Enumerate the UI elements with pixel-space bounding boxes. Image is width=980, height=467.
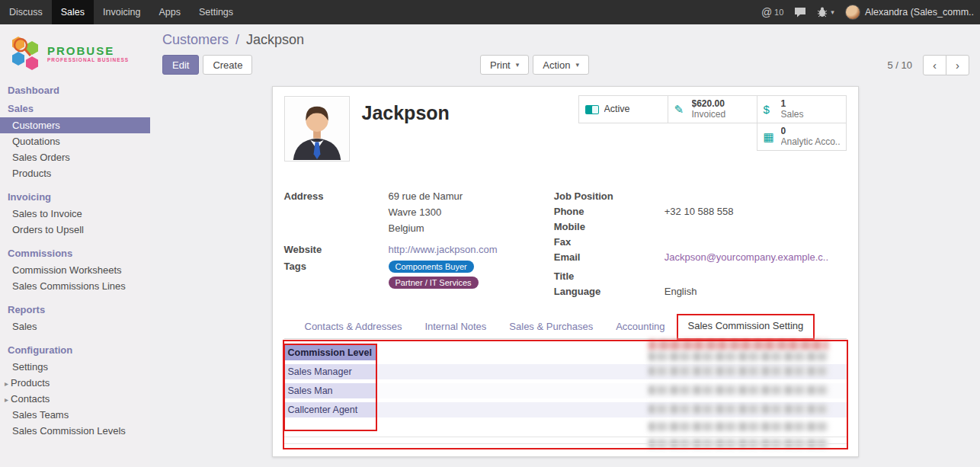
address-line-1: 69 rue de Namur: [389, 190, 463, 202]
tab-accounting[interactable]: Accounting: [604, 315, 676, 338]
tab-sales-purchases[interactable]: Sales & Purchases: [498, 315, 604, 338]
website-link[interactable]: http://www.jackpson.com: [389, 244, 498, 255]
invoiced-stat-button[interactable]: ✎ $620.00 Invoiced: [668, 95, 757, 123]
sidebar-section-dashboard[interactable]: Dashboard: [0, 81, 150, 99]
sidebar-nav: Dashboard Sales Customers Quotations Sal…: [0, 81, 150, 439]
chat-icon[interactable]: [794, 7, 806, 18]
breadcrumb-current: Jackpson: [246, 32, 304, 47]
sidebar-item-quotations[interactable]: Quotations: [0, 133, 150, 149]
print-label: Print: [490, 59, 511, 71]
notebook-tabs: Contacts & Addresses Internal Notes Sale…: [284, 314, 847, 339]
sidebar-section-commissions[interactable]: Commissions: [0, 244, 150, 262]
tab-internal-notes[interactable]: Internal Notes: [413, 315, 498, 338]
app-logo: PROBUSE PROFESSIONAL BUSINESS: [0, 24, 150, 81]
table-divider: [284, 443, 847, 444]
user-avatar: [845, 5, 860, 20]
customer-photo-image: [286, 98, 348, 160]
control-panel: Customers / Jackpson Edit Create Print ▾…: [150, 24, 980, 82]
sidebar-item-reports-sales[interactable]: Sales: [0, 318, 150, 334]
form-fields: Address 69 rue de Namur Wavre 1300 Belgi…: [284, 190, 847, 305]
analytic-stat-button[interactable]: ▦ 0 Analytic Acco...: [757, 123, 847, 151]
tag-partner-it-services[interactable]: Partner / IT Services: [389, 277, 479, 289]
tab-contacts-addresses[interactable]: Contacts & Addresses: [293, 315, 414, 338]
dollar-icon: $: [764, 103, 776, 116]
sidebar-section-configuration[interactable]: Configuration: [0, 341, 150, 359]
create-button[interactable]: Create: [203, 55, 252, 75]
sidebar-item-config-products[interactable]: ▸Products: [0, 375, 150, 391]
fax-label: Fax: [554, 236, 665, 248]
active-toggle-button[interactable]: Active: [578, 95, 668, 123]
sidebar-item-orders-to-upsell[interactable]: Orders to Upsell: [0, 222, 150, 238]
pager-next-button[interactable]: ›: [946, 55, 969, 75]
toggle-icon: [585, 105, 599, 114]
analytic-label: Analytic Acco...: [781, 137, 840, 148]
stat-buttons: Active ✎ $620.00 Invoiced $ 1 Sales: [575, 96, 847, 151]
caret-down-icon: ▾: [575, 61, 579, 69]
print-dropdown[interactable]: Print ▾: [480, 55, 529, 75]
sidebar-item-settings[interactable]: Settings: [0, 359, 150, 375]
menu-sales[interactable]: Sales: [52, 0, 94, 24]
sidebar-item-sales-commissions-lines[interactable]: Sales Commissions Lines: [0, 278, 150, 294]
sidebar-section-reports[interactable]: Reports: [0, 300, 150, 318]
column-header-commission-level[interactable]: Commission Level: [285, 345, 376, 360]
customer-photo[interactable]: [284, 96, 350, 162]
analytic-value: 0: [781, 126, 840, 137]
sidebar-section-invoicing[interactable]: Invoicing: [0, 187, 150, 206]
debug-icon[interactable]: ▾: [817, 7, 834, 18]
edit-button[interactable]: Edit: [162, 55, 199, 75]
user-menu[interactable]: Alexandra (Sales_comm..: [845, 5, 974, 20]
sales-count-label: Sales: [781, 110, 804, 120]
sidebar-item-commission-worksheets[interactable]: Commission Worksheets: [0, 262, 150, 278]
top-menu: Discuss Sales Invoicing Apps Settings: [0, 0, 242, 24]
customer-name: Jackpson: [362, 102, 450, 124]
sidebar-item-customers[interactable]: Customers: [0, 117, 150, 133]
sidebar-item-sales-teams[interactable]: Sales Teams: [0, 407, 150, 423]
redacted-highlight: [649, 340, 828, 350]
sidebar-item-sales-to-invoice[interactable]: Sales to Invoice: [0, 206, 150, 222]
tags-label: Tags: [284, 261, 389, 289]
table-cell-sales-manager[interactable]: Sales Manager: [285, 364, 376, 379]
mention-icon: @: [761, 6, 772, 18]
sales-count-value: 1: [781, 99, 804, 110]
sidebar-item-config-contacts[interactable]: ▸Contacts: [0, 391, 150, 407]
sidebar-item-products[interactable]: Products: [0, 165, 150, 181]
customer-form-sheet: Jackpson Active ✎ $620.00 Invoiced: [272, 86, 859, 457]
menu-apps[interactable]: Apps: [149, 0, 190, 24]
active-label: Active: [604, 104, 630, 114]
phone-label: Phone: [554, 206, 665, 218]
redacted-content: [649, 366, 828, 376]
phone-value: +32 10 588 558: [665, 206, 734, 218]
caret-down-icon: ▾: [516, 61, 520, 69]
sidebar-section-sales[interactable]: Sales: [0, 99, 150, 117]
address-label: Address: [284, 190, 389, 238]
invoice-pencil-icon: ✎: [674, 103, 687, 117]
pager-prev-button[interactable]: ‹: [923, 55, 946, 75]
address-line-2: Wavre 1300: [389, 206, 463, 218]
title-label: Title: [554, 270, 665, 283]
breadcrumb-customers[interactable]: Customers: [162, 32, 229, 47]
sidebar-item-sales-orders[interactable]: Sales Orders: [0, 149, 150, 165]
probuse-logo-icon: [8, 34, 43, 73]
breadcrumb-separator: /: [235, 32, 239, 47]
table-cell-callcenter-agent[interactable]: Callcenter Agent: [285, 402, 376, 417]
invoiced-label: Invoiced: [692, 110, 726, 120]
mentions-button[interactable]: @ 10: [761, 6, 783, 18]
expand-icon[interactable]: ▸: [5, 379, 8, 388]
action-dropdown[interactable]: Action ▾: [533, 55, 589, 75]
menu-settings[interactable]: Settings: [190, 0, 242, 24]
top-navbar: Discuss Sales Invoicing Apps Settings @ …: [0, 0, 980, 24]
tab-sales-commission-setting[interactable]: Sales Commission Setting: [677, 314, 815, 340]
sidebar-item-sales-commission-levels[interactable]: Sales Commission Levels: [0, 423, 150, 439]
user-name: Alexandra (Sales_comm..: [865, 7, 974, 18]
menu-discuss[interactable]: Discuss: [0, 0, 52, 24]
expand-icon[interactable]: ▸: [5, 395, 8, 404]
main-area: Customers / Jackpson Edit Create Print ▾…: [150, 24, 980, 467]
sidebar: PROBUSE PROFESSIONAL BUSINESS Dashboard …: [0, 24, 150, 467]
email-link[interactable]: Jackpson@yourcompany.example.c..: [665, 251, 828, 264]
sales-stat-button[interactable]: $ 1 Sales: [757, 95, 847, 123]
table-cell-sales-man[interactable]: Sales Man: [285, 383, 376, 398]
logo-subtitle: PROFESSIONAL BUSINESS: [47, 57, 129, 62]
analytic-chart-icon: ▦: [764, 130, 776, 144]
tag-components-buyer[interactable]: Components Buyer: [389, 261, 474, 273]
menu-invoicing[interactable]: Invoicing: [94, 0, 149, 24]
